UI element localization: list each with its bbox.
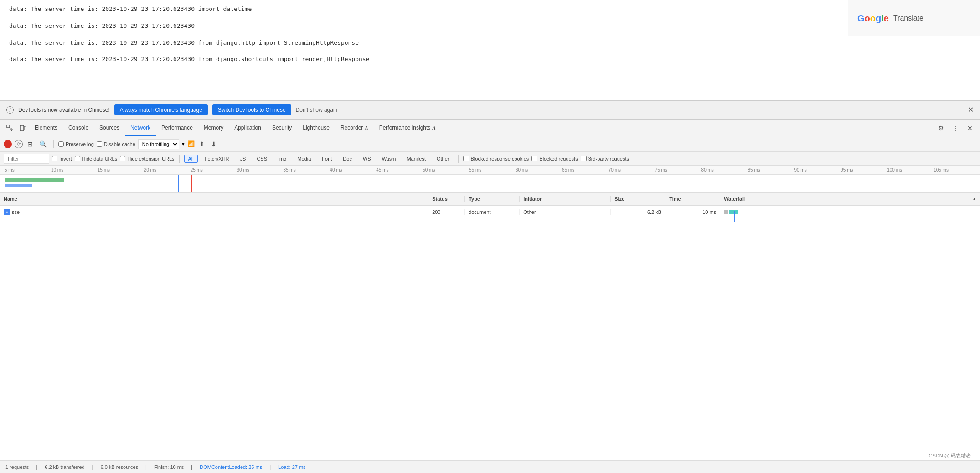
disable-cache-checkbox[interactable] [97, 141, 102, 147]
tab-bar-right-actions: ⚙ ⋮ ✕ [934, 122, 976, 135]
hide-extension-urls-label[interactable]: Hide extension URLs [120, 156, 174, 161]
filter-doc-button[interactable]: Doc [339, 155, 356, 163]
doc-type-icon: ≡ [4, 209, 10, 215]
timeline-domcontent-line [178, 175, 179, 193]
ruler-mark-60ms: 60 ms [516, 167, 562, 172]
svg-rect-3 [20, 125, 24, 131]
ruler-mark-65ms: 65 ms [562, 167, 609, 172]
header-time-label: Time [669, 196, 681, 202]
filter-media-button[interactable]: Media [293, 155, 315, 163]
invert-label[interactable]: Invert [52, 156, 72, 161]
throttle-select[interactable]: No throttling [138, 139, 179, 149]
timeline-ruler: 5 ms 10 ms 15 ms 20 ms 25 ms 30 ms 35 ms… [0, 166, 980, 175]
language-notification-bar: i DevTools is now available in Chinese! … [0, 100, 980, 120]
preserve-log-label[interactable]: Preserve log [58, 141, 94, 147]
row-type-value: document [469, 209, 490, 215]
disable-cache-label[interactable]: Disable cache [97, 141, 135, 147]
header-initiator[interactable]: Initiator [520, 196, 611, 202]
element-picker-button[interactable] [4, 122, 16, 135]
filter-button[interactable]: ⊟ [26, 140, 35, 149]
dont-show-again-button[interactable]: Don't show again [296, 107, 338, 113]
filter-other-button[interactable]: Other [433, 155, 454, 163]
tab-lighthouse[interactable]: Lighthouse [297, 120, 335, 136]
tab-console[interactable]: Console [63, 120, 94, 136]
filter-all-button[interactable]: All [184, 155, 198, 163]
hide-data-urls-checkbox[interactable] [75, 156, 80, 161]
filter-img-button[interactable]: Img [274, 155, 290, 163]
tab-performance[interactable]: Performance [156, 120, 198, 136]
settings-button[interactable]: ⚙ [934, 122, 947, 135]
third-party-requests-text: 3rd-party requests [588, 156, 629, 161]
header-status[interactable]: Status [428, 196, 465, 202]
ruler-mark-90ms: 90 ms [794, 167, 841, 172]
header-waterfall[interactable]: Waterfall ▲ [720, 196, 980, 202]
tab-memory[interactable]: Memory [198, 120, 229, 136]
preserve-log-text: Preserve log [66, 141, 94, 147]
device-toggle-button[interactable] [16, 122, 29, 135]
waterfall-load-line [738, 211, 738, 222]
filter-fetchxhr-button[interactable]: Fetch/XHR [201, 155, 233, 163]
close-devtools-button[interactable]: ✕ [964, 122, 976, 135]
load-time[interactable]: Load: 27 ms [278, 464, 306, 470]
filter-input[interactable] [4, 154, 49, 164]
filter-font-button[interactable]: Font [318, 155, 336, 163]
lang-bar-close-button[interactable]: ✕ [968, 106, 974, 114]
tab-sources[interactable]: Sources [94, 120, 125, 136]
svg-rect-4 [24, 126, 26, 130]
invert-checkbox[interactable] [52, 156, 57, 161]
filter-css-button[interactable]: CSS [253, 155, 271, 163]
throttle-arrow[interactable]: ▼ [182, 141, 185, 146]
header-time[interactable]: Time [665, 196, 720, 202]
timeline-area[interactable]: 5 ms 10 ms 15 ms 20 ms 25 ms 30 ms 35 ms… [0, 166, 980, 193]
row-time-value: 10 ms [702, 209, 716, 215]
tab-elements[interactable]: Elements [29, 120, 63, 136]
hide-extension-urls-checkbox[interactable] [120, 156, 125, 161]
blocked-response-cookies-label[interactable]: Blocked response cookies [463, 156, 529, 161]
blocked-requests-checkbox[interactable] [531, 156, 537, 161]
blocked-response-cookies-checkbox[interactable] [463, 156, 469, 161]
domcontentloaded-time[interactable]: DOMContentLoaded: 25 ms [200, 464, 262, 470]
filter-ws-button[interactable]: WS [359, 155, 375, 163]
filter-manifest-button[interactable]: Manifest [402, 155, 430, 163]
data-separator-2: | [92, 464, 93, 470]
ruler-mark-55ms: 55 ms [469, 167, 516, 172]
waterfall-domcontent-line [734, 211, 735, 222]
third-party-requests-checkbox[interactable] [581, 156, 587, 161]
tab-security[interactable]: Security [267, 120, 297, 136]
info-icon: i [6, 106, 14, 114]
more-options-button[interactable]: ⋮ [949, 122, 962, 135]
svg-rect-0 [7, 125, 10, 128]
tab-network[interactable]: Network [125, 120, 156, 136]
third-party-requests-label[interactable]: 3rd-party requests [581, 156, 629, 161]
header-size[interactable]: Size [611, 196, 665, 202]
hide-data-urls-label[interactable]: Hide data URLs [75, 156, 118, 161]
filter-wasm-button[interactable]: Wasm [378, 155, 400, 163]
export-button[interactable]: ⬇ [209, 140, 218, 149]
finish-time: Finish: 10 ms [154, 464, 184, 470]
preserve-log-checkbox[interactable] [58, 141, 64, 147]
data-separator-4: | [191, 464, 192, 470]
code-line-2: data: The server time is: 2023-10-29 23:… [9, 21, 971, 31]
match-language-button[interactable]: Always match Chrome's language [114, 104, 208, 115]
devtools-tab-bar: Elements Console Sources Network Perform… [0, 120, 980, 136]
timeline-bar-green [5, 178, 64, 182]
import-button[interactable]: ⬆ [197, 140, 206, 149]
search-button[interactable]: 🔍 [37, 140, 49, 149]
blocked-requests-label[interactable]: Blocked requests [531, 156, 578, 161]
table-header: Name Status Type Initiator Size Time Wat… [0, 193, 980, 206]
clear-button[interactable]: ⟳ [15, 140, 23, 148]
tab-recorder[interactable]: Recorder 𝛬 [335, 120, 374, 136]
header-status-label: Status [432, 196, 448, 202]
switch-devtools-button[interactable]: Switch DevTools to Chinese [212, 104, 291, 115]
record-button[interactable] [4, 140, 12, 148]
row-status-value: 200 [432, 209, 440, 215]
hide-extension-urls-text: Hide extension URLs [127, 156, 174, 161]
filter-js-button[interactable]: JS [236, 155, 250, 163]
csdn-badge: CSDN @ 码农结者 [929, 452, 971, 459]
tab-application[interactable]: Application [229, 120, 267, 136]
header-name[interactable]: Name [0, 196, 428, 202]
timeline-load-line [191, 175, 192, 193]
header-type[interactable]: Type [465, 196, 520, 202]
tab-performance-insights[interactable]: Performance insights 𝛬 [374, 120, 441, 136]
table-row[interactable]: ≡ sse 200 document Other 6.2 kB 10 ms [0, 206, 980, 218]
